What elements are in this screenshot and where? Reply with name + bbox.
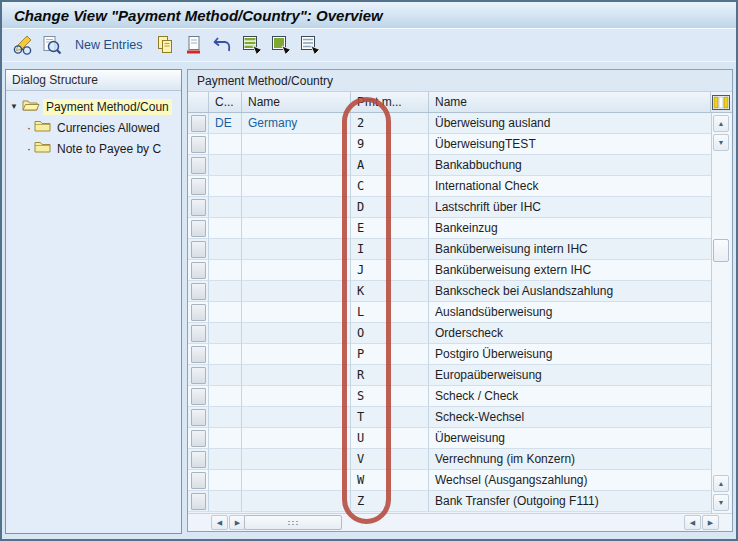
column-header-payment-method[interactable]: Pmt m... xyxy=(351,92,429,112)
cell-payment-method-code[interactable]: Z xyxy=(351,491,429,512)
cell-payment-method-code[interactable]: D xyxy=(351,197,429,218)
cell-country-name[interactable] xyxy=(242,239,351,260)
cell-payment-method-code[interactable]: I xyxy=(351,239,429,260)
row-selector-button[interactable] xyxy=(191,262,206,279)
cell-country[interactable] xyxy=(209,428,242,449)
cell-payment-method-code[interactable]: E xyxy=(351,218,429,239)
cell-country[interactable] xyxy=(209,323,242,344)
row-selector-button[interactable] xyxy=(191,451,206,468)
row-selector-button[interactable] xyxy=(191,367,206,384)
row-selector-button[interactable] xyxy=(191,409,206,426)
cell-payment-method-name[interactable]: International Check xyxy=(429,176,711,197)
cell-payment-method-code[interactable]: C xyxy=(351,176,429,197)
horizontal-scrollbar[interactable]: ◀ ▶ ◀ ▶ xyxy=(188,513,732,531)
cell-payment-method-code[interactable]: A xyxy=(351,155,429,176)
cell-payment-method-code[interactable]: R xyxy=(351,365,429,386)
scroll-down-button-bottom[interactable]: ▼ xyxy=(713,494,729,511)
cell-country[interactable] xyxy=(209,344,242,365)
new-entries-button[interactable]: New Entries xyxy=(69,36,148,54)
cell-payment-method-name[interactable]: Banküberweisung intern IHC xyxy=(429,239,711,260)
cell-payment-method-name[interactable]: Lastschrift über IHC xyxy=(429,197,711,218)
cell-payment-method-code[interactable]: T xyxy=(351,407,429,428)
select-block-button[interactable] xyxy=(269,33,293,57)
cell-payment-method-name[interactable]: Überweisung xyxy=(429,428,711,449)
cell-payment-method-name[interactable]: Bankscheck bei Auslandszahlung xyxy=(429,281,711,302)
delete-button[interactable] xyxy=(182,33,206,57)
cell-country[interactable] xyxy=(209,386,242,407)
cell-payment-method-code[interactable]: 9 xyxy=(351,134,429,155)
cell-country[interactable] xyxy=(209,176,242,197)
row-selector-button[interactable] xyxy=(191,178,206,195)
cell-country[interactable] xyxy=(209,197,242,218)
column-header-selector[interactable] xyxy=(188,92,209,112)
select-all-button[interactable] xyxy=(240,33,264,57)
cell-country[interactable] xyxy=(209,470,242,491)
row-selector-button[interactable] xyxy=(191,199,206,216)
cell-payment-method-code[interactable]: K xyxy=(351,281,429,302)
cell-country[interactable] xyxy=(209,302,242,323)
column-header-method-name[interactable]: Name xyxy=(429,92,711,112)
scroll-up-button-bottom[interactable]: ▲ xyxy=(713,475,729,492)
scroll-up-button[interactable]: ▲ xyxy=(713,115,729,132)
cell-payment-method-name[interactable]: Postgiro Überweisung xyxy=(429,344,711,365)
cell-country[interactable]: DE xyxy=(209,113,242,134)
cell-country[interactable] xyxy=(209,260,242,281)
row-selector-button[interactable] xyxy=(191,136,206,153)
cell-country[interactable] xyxy=(209,155,242,176)
cell-country-name[interactable] xyxy=(242,470,351,491)
cell-country[interactable] xyxy=(209,281,242,302)
cell-payment-method-code[interactable]: J xyxy=(351,260,429,281)
tree-item-payment-method-coun[interactable]: ▼Payment Method/Coun xyxy=(6,96,181,117)
column-header-country[interactable]: C... xyxy=(209,92,242,112)
cell-country-name[interactable] xyxy=(242,428,351,449)
cell-country-name[interactable] xyxy=(242,365,351,386)
cell-country-name[interactable] xyxy=(242,134,351,155)
scroll-left-button-right[interactable]: ◀ xyxy=(684,515,701,530)
cell-country-name[interactable] xyxy=(242,323,351,344)
cell-country[interactable] xyxy=(209,134,242,155)
copy-as-button[interactable] xyxy=(153,33,177,57)
cell-payment-method-name[interactable]: Bank Transfer (Outgoing F111) xyxy=(429,491,711,512)
horizontal-scrollbar-thumb[interactable] xyxy=(244,515,342,530)
cell-payment-method-name[interactable]: Überweisung ausland xyxy=(429,113,711,134)
row-selector-button[interactable] xyxy=(191,325,206,342)
vertical-scrollbar-thumb[interactable] xyxy=(713,239,729,262)
cell-payment-method-name[interactable]: Wechsel (Ausgangszahlung) xyxy=(429,470,711,491)
scroll-down-button[interactable]: ▼ xyxy=(713,134,729,151)
cell-payment-method-code[interactable]: 2 xyxy=(351,113,429,134)
cell-country-name[interactable] xyxy=(242,218,351,239)
row-selector-button[interactable] xyxy=(191,115,206,132)
row-selector-button[interactable] xyxy=(191,388,206,405)
deselect-all-button[interactable] xyxy=(298,33,322,57)
cell-payment-method-code[interactable]: V xyxy=(351,449,429,470)
row-selector-button[interactable] xyxy=(191,472,206,489)
cell-payment-method-name[interactable]: Scheck-Wechsel xyxy=(429,407,711,428)
cell-payment-method-name[interactable]: Bankeinzug xyxy=(429,218,711,239)
tree-item-note-to-payee-by-c[interactable]: ·Note to Payee by C xyxy=(6,138,181,159)
cell-payment-method-code[interactable]: W xyxy=(351,470,429,491)
cell-payment-method-code[interactable]: U xyxy=(351,428,429,449)
scroll-right-button-right[interactable]: ▶ xyxy=(702,515,719,530)
cell-payment-method-name[interactable]: Banküberweisung extern IHC xyxy=(429,260,711,281)
vertical-scrollbar[interactable]: ▲ ▼ ▲ ▼ xyxy=(711,113,730,513)
row-selector-button[interactable] xyxy=(191,304,206,321)
cell-country-name[interactable] xyxy=(242,386,351,407)
undo-button[interactable] xyxy=(211,33,235,57)
row-selector-button[interactable] xyxy=(191,157,206,174)
cell-payment-method-code[interactable]: L xyxy=(351,302,429,323)
cell-country[interactable] xyxy=(209,239,242,260)
cell-country[interactable] xyxy=(209,218,242,239)
table-configuration-icon[interactable] xyxy=(711,92,730,112)
row-selector-button[interactable] xyxy=(191,493,206,510)
cell-country-name[interactable] xyxy=(242,176,351,197)
cell-country-name[interactable] xyxy=(242,449,351,470)
cell-country-name[interactable] xyxy=(242,491,351,512)
expander-arrow-icon[interactable]: ▼ xyxy=(6,102,22,111)
cell-country-name[interactable] xyxy=(242,260,351,281)
cell-payment-method-name[interactable]: ÜberweisungTEST xyxy=(429,134,711,155)
cell-payment-method-name[interactable]: Orderscheck xyxy=(429,323,711,344)
cell-country-name[interactable] xyxy=(242,155,351,176)
cell-country[interactable] xyxy=(209,491,242,512)
cell-payment-method-code[interactable]: O xyxy=(351,323,429,344)
row-selector-button[interactable] xyxy=(191,241,206,258)
